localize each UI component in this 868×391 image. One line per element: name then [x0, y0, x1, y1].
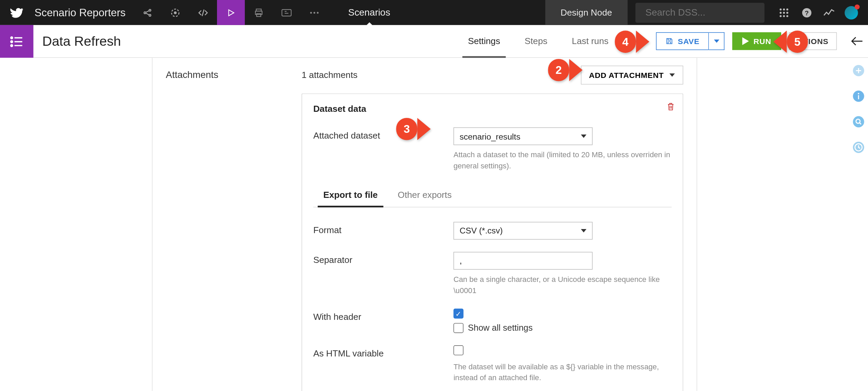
separator-label: Separator: [313, 252, 454, 265]
top-bar: Scenario Reporters Scena: [0, 0, 868, 25]
as-html-checkbox[interactable]: [453, 345, 463, 355]
annotation-callout-5: 5: [773, 30, 804, 53]
share-icon[interactable]: [133, 0, 161, 25]
sub-tab-other-exports[interactable]: Other exports: [388, 184, 461, 207]
play-icon[interactable]: [217, 0, 245, 25]
svg-point-30: [858, 93, 859, 94]
svg-point-21: [786, 15, 788, 17]
attached-dataset-label: Attached dataset: [313, 127, 454, 141]
svg-point-11: [317, 12, 318, 13]
card-title: Dataset data: [313, 104, 672, 114]
attachments-count: 1 attachments: [301, 70, 357, 80]
with-header-checkbox[interactable]: ✓: [453, 309, 463, 319]
page-header: Data Refresh Settings Steps Last runs H …: [0, 25, 868, 58]
scenario-list-button[interactable]: [0, 25, 33, 58]
search-input[interactable]: [646, 7, 764, 18]
svg-point-0: [144, 12, 145, 13]
attachments-label: Attachments: [166, 69, 301, 81]
activity-icon[interactable]: [818, 0, 840, 25]
as-html-label: As HTML variable: [313, 345, 454, 358]
attachment-card: Dataset data Attached dataset scenario_r…: [301, 94, 683, 391]
attached-dataset-hint: Attach a dataset to the mail (limited to…: [453, 149, 671, 172]
save-dropdown-button[interactable]: [709, 32, 725, 50]
apps-grid-icon[interactable]: [772, 0, 796, 25]
separator-hint: Can be a single character, or a Unicode …: [453, 274, 671, 296]
annotation-callout-3: 3: [401, 118, 431, 140]
svg-point-2: [149, 14, 151, 16]
add-attachment-button[interactable]: ADD ATTACHMENT: [580, 66, 683, 85]
svg-rect-8: [282, 9, 291, 16]
play-icon: [743, 37, 749, 45]
data-icon[interactable]: [273, 0, 300, 25]
format-select[interactable]: CSV (*.csv): [453, 222, 592, 240]
show-all-settings-label: Show all settings: [468, 323, 533, 333]
as-html-hint: The dataset will be available as a ${} v…: [453, 362, 671, 384]
with-header-label: With header: [313, 309, 454, 322]
dock-info-icon[interactable]: [849, 83, 868, 109]
svg-rect-7: [256, 13, 260, 16]
svg-point-19: [780, 15, 782, 17]
bird-logo-icon[interactable]: [0, 0, 33, 25]
svg-point-26: [11, 44, 13, 46]
attached-dataset-select[interactable]: scenario_results: [453, 127, 592, 145]
export-sub-tabs: Export to file Other exports: [313, 184, 672, 207]
svg-point-4: [174, 12, 176, 13]
svg-point-18: [786, 12, 788, 14]
back-arrow-icon[interactable]: [846, 25, 868, 57]
tab-steps[interactable]: Steps: [512, 25, 559, 57]
chevron-down-icon: [581, 135, 586, 138]
global-search[interactable]: [635, 2, 765, 22]
svg-point-15: [786, 8, 788, 10]
scenario-title[interactable]: Data Refresh: [33, 25, 130, 57]
show-all-settings-checkbox[interactable]: [453, 323, 463, 333]
breadcrumb-current[interactable]: Scenarios: [328, 0, 410, 25]
svg-point-1: [149, 9, 151, 11]
flow-icon[interactable]: [161, 0, 189, 25]
tab-settings[interactable]: Settings: [456, 25, 512, 57]
delete-attachment-icon[interactable]: [667, 102, 675, 111]
notifications-icon[interactable]: [840, 0, 863, 25]
save-button[interactable]: SAVE: [656, 32, 709, 50]
svg-rect-29: [858, 95, 859, 99]
print-icon[interactable]: [245, 0, 273, 25]
svg-point-13: [780, 8, 782, 10]
svg-point-24: [11, 37, 13, 38]
sub-tab-export-file[interactable]: Export to file: [313, 184, 388, 207]
project-title[interactable]: Scenario Reporters: [33, 6, 133, 19]
save-icon: [666, 37, 673, 45]
svg-point-9: [310, 12, 312, 13]
settings-panel: Attachments 1 attachments ADD ATTACHMENT…: [152, 58, 697, 391]
more-icon[interactable]: [300, 0, 328, 25]
annotation-callout-4: 4: [619, 30, 649, 53]
chevron-down-icon: [669, 74, 675, 77]
svg-point-10: [313, 12, 315, 13]
dock-add-icon[interactable]: [849, 58, 868, 83]
svg-text:?: ?: [805, 9, 809, 16]
svg-point-31: [853, 116, 864, 127]
svg-point-20: [783, 15, 785, 17]
dock-history-icon[interactable]: [849, 135, 868, 160]
dock-search-icon[interactable]: [849, 109, 868, 135]
tab-last-runs[interactable]: Last runs: [560, 25, 621, 57]
chevron-down-icon: [581, 229, 586, 232]
separator-input[interactable]: [453, 252, 592, 270]
format-label: Format: [313, 222, 454, 235]
svg-point-14: [783, 8, 785, 10]
svg-point-25: [11, 41, 13, 42]
design-node-selector[interactable]: Design Node: [545, 0, 628, 25]
code-icon[interactable]: [189, 0, 217, 25]
svg-point-17: [783, 12, 785, 14]
right-dock: [849, 58, 868, 391]
help-icon[interactable]: ?: [796, 0, 818, 25]
annotation-callout-2: 2: [553, 59, 583, 81]
svg-point-16: [780, 12, 782, 14]
